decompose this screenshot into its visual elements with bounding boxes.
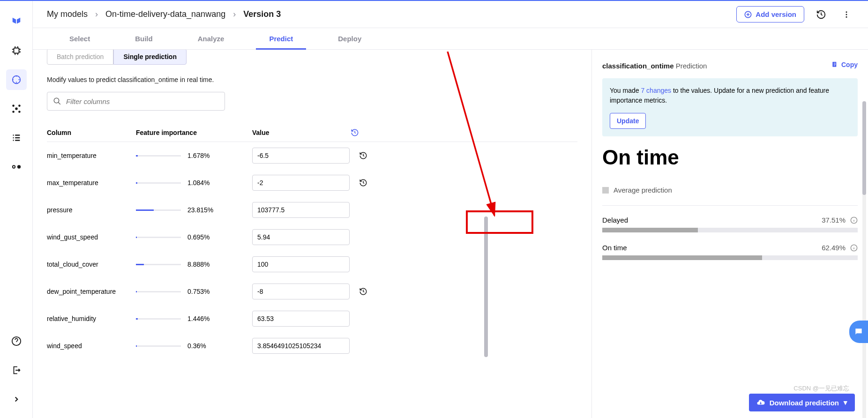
feature-name: total_cloud_cover: [47, 261, 136, 268]
filter-columns-input[interactable]: [47, 92, 225, 111]
feature-row: dew_point_temperature 0.753%: [47, 278, 577, 305]
svg-point-7: [12, 165, 15, 168]
breadcrumb-project[interactable]: On-time-delivery-data_nanwang: [105, 9, 225, 19]
chevron-right-icon: ›: [233, 9, 236, 19]
breadcrumb-version: Version 3: [243, 9, 281, 19]
instruction-text: Modify values to predict classification_…: [47, 76, 577, 83]
feature-name: max_temperature: [47, 179, 136, 187]
feature-value-input[interactable]: [252, 284, 350, 299]
feature-value-input[interactable]: [252, 148, 350, 164]
svg-point-11: [846, 11, 847, 13]
svg-point-13: [846, 16, 847, 17]
tab-build[interactable]: Build: [112, 28, 175, 49]
tab-predict[interactable]: Predict: [247, 28, 315, 49]
breadcrumb: My models › On-time-delivery-data_nanwan…: [47, 9, 281, 19]
average-prediction-legend: Average prediction: [602, 186, 858, 194]
watermark: CSDN @一见已难忘: [793, 384, 849, 393]
row-history-icon[interactable]: [359, 151, 378, 160]
feature-name: wind_speed: [47, 342, 136, 350]
feature-importance: 8.888%: [136, 261, 252, 268]
svg-point-3: [12, 104, 15, 107]
sidebar-logo[interactable]: [6, 11, 27, 32]
tab-select[interactable]: Select: [47, 28, 112, 49]
tab-analyze[interactable]: Analyze: [175, 28, 247, 49]
legend-box-icon: [602, 187, 609, 194]
feature-row: wind_speed 0.36%: [47, 332, 577, 359]
sidebar-list-icon[interactable]: [6, 127, 27, 148]
batch-prediction-button[interactable]: Batch prediction: [47, 50, 113, 65]
feature-value-input[interactable]: [252, 256, 350, 272]
svg-point-14: [54, 98, 59, 103]
svg-point-8: [17, 165, 20, 168]
feature-row: total_cloud_cover 8.888%: [47, 251, 577, 278]
feature-value-input[interactable]: [252, 338, 350, 354]
info-icon[interactable]: [850, 216, 858, 224]
sidebar-chip-icon[interactable]: [6, 40, 27, 61]
svg-point-5: [12, 111, 15, 113]
breadcrumb-root[interactable]: My models: [47, 9, 88, 19]
search-icon: [53, 97, 61, 105]
prediction-pct: 62.49%: [822, 244, 858, 252]
feature-row: min_temperature 1.678%: [47, 142, 577, 169]
feature-row: relative_humidity 1.446%: [47, 305, 577, 332]
single-prediction-button[interactable]: Single prediction: [113, 50, 187, 65]
sidebar-help-icon[interactable]: [6, 331, 27, 351]
row-history-icon[interactable]: [359, 179, 378, 187]
more-button[interactable]: [838, 6, 855, 23]
history-icon: [816, 9, 826, 20]
history-button[interactable]: [813, 6, 830, 23]
feature-value-input[interactable]: [252, 175, 350, 191]
prediction-mode-toggle: Batch prediction Single prediction: [47, 50, 577, 65]
prediction-pct: 37.51%: [822, 216, 858, 224]
sidebar-dots-icon[interactable]: [6, 157, 27, 177]
add-version-button[interactable]: Add version: [736, 6, 804, 22]
chat-icon: [854, 327, 863, 336]
sidebar: [0, 1, 33, 418]
info-icon[interactable]: [850, 244, 858, 252]
chevron-right-icon: ›: [95, 9, 98, 19]
tabs: Select Build Analyze Predict Deploy: [33, 28, 868, 50]
update-button[interactable]: Update: [610, 113, 646, 129]
feature-importance: 0.695%: [136, 233, 252, 241]
feature-name: dew_point_temperature: [47, 288, 136, 295]
prediction-label: On time: [602, 244, 627, 252]
plus-circle-icon: [744, 11, 752, 18]
panel-scrollbar[interactable]: [484, 216, 488, 357]
feature-name: pressure: [47, 206, 136, 214]
copy-button[interactable]: Copy: [831, 61, 858, 68]
col-header-value: Value: [252, 129, 351, 136]
filter-input[interactable]: [66, 97, 219, 105]
chat-button[interactable]: [849, 321, 868, 343]
prediction-label: Delayed: [602, 216, 628, 224]
prediction-row: On time 62.49%: [602, 244, 858, 260]
sidebar-graph-icon[interactable]: [6, 98, 27, 119]
svg-rect-0: [14, 48, 19, 53]
feature-importance: 1.678%: [136, 152, 252, 159]
col-header-name: Column: [47, 129, 136, 136]
sidebar-target-icon[interactable]: [6, 69, 27, 90]
table-header: Column Feature importance Value: [47, 124, 577, 142]
feature-value-input[interactable]: [252, 229, 350, 245]
feature-value-input[interactable]: [252, 311, 350, 327]
sidebar-collapse-icon[interactable]: [6, 389, 27, 410]
right-panel: classification_ontime Prediction Copy Yo…: [591, 50, 868, 418]
changes-link[interactable]: 7 changes: [641, 87, 671, 94]
history-icon[interactable]: [351, 128, 369, 137]
col-header-importance: Feature importance: [136, 129, 252, 136]
feature-importance: 0.753%: [136, 288, 252, 295]
header: My models › On-time-delivery-data_nanwan…: [33, 1, 868, 28]
tab-deploy[interactable]: Deploy: [315, 28, 384, 49]
svg-point-4: [18, 104, 21, 107]
download-prediction-button[interactable]: Download prediction ▾: [749, 394, 855, 411]
copy-icon: [831, 61, 838, 68]
left-panel: Batch prediction Single prediction Modif…: [33, 50, 591, 418]
prediction-result: On time: [602, 146, 858, 169]
scrollbar-thumb[interactable]: [862, 101, 866, 195]
svg-point-6: [18, 111, 21, 113]
row-history-icon[interactable]: [359, 287, 378, 296]
feature-name: relative_humidity: [47, 315, 136, 322]
feature-value-input[interactable]: [252, 202, 350, 218]
sidebar-logout-icon[interactable]: [6, 360, 27, 381]
chevron-down-icon: ▾: [844, 398, 847, 407]
prediction-row: Delayed 37.51%: [602, 216, 858, 232]
